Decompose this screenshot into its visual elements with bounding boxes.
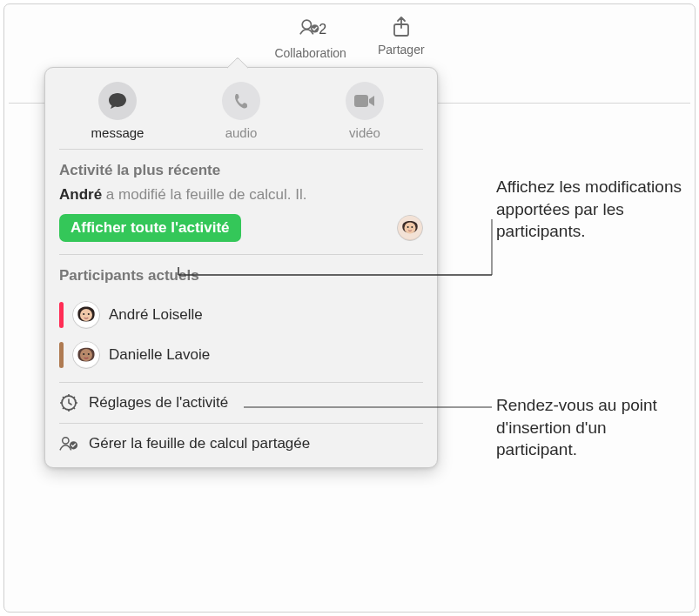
comm-audio-label: audio xyxy=(225,125,258,140)
svg-point-13 xyxy=(80,349,92,361)
activity-author: André xyxy=(59,186,102,203)
svg-point-7 xyxy=(411,226,413,228)
svg-point-17 xyxy=(63,438,69,444)
svg-point-6 xyxy=(407,226,409,228)
participant-row[interactable]: Danielle Lavoie xyxy=(59,335,423,375)
people-check-icon xyxy=(59,434,78,453)
recent-activity-section: Activité la plus récente André a modifié… xyxy=(45,150,437,254)
phone-icon xyxy=(222,82,260,120)
share-label: Partager xyxy=(378,43,425,57)
activity-avatar xyxy=(397,215,423,241)
comm-video-button[interactable]: vidéo xyxy=(304,82,427,140)
participant-color xyxy=(59,302,64,328)
recent-activity-title: Activité la plus récente xyxy=(59,162,423,179)
activity-settings-button[interactable]: Réglages de l'activité xyxy=(45,383,437,423)
manage-shared-label: Gérer la feuille de calcul partagée xyxy=(89,435,310,452)
svg-rect-3 xyxy=(354,95,368,107)
share-icon xyxy=(389,15,413,39)
comm-video-label: vidéo xyxy=(349,125,380,140)
callout-insertion: Rendez-vous au point d'insertion d'un pa… xyxy=(496,394,683,461)
activity-entry: André a modifié la feuille de calcul. Il… xyxy=(59,186,423,204)
share-button[interactable]: Partager xyxy=(378,15,425,57)
svg-point-15 xyxy=(88,353,90,355)
manage-shared-button[interactable]: Gérer la feuille de calcul partagée xyxy=(45,424,437,467)
callout-modifications: Affichez les modifications apportées par… xyxy=(496,176,683,243)
toolbar: Collaboration 2 Collaboration Partager xyxy=(4,15,695,69)
activity-text: a modifié la feuille de calcul. Il. xyxy=(102,186,306,203)
collaboration-button[interactable]: Collaboration 2 Collaboration xyxy=(274,15,346,60)
svg-point-9 xyxy=(80,309,92,321)
participant-name: André Loiselle xyxy=(109,306,203,324)
avatar xyxy=(72,301,100,329)
participants-section: Participants actuels André Loiselle xyxy=(45,255,437,382)
show-all-activity-button[interactable]: Afficher toute l'activité xyxy=(59,214,241,242)
comm-audio-button[interactable]: audio xyxy=(180,82,303,140)
activity-settings-label: Réglages de l'activité xyxy=(89,394,228,412)
avatar xyxy=(72,341,100,369)
svg-point-10 xyxy=(83,313,84,315)
message-icon xyxy=(98,82,137,120)
participant-name: Danielle Lavoie xyxy=(109,346,210,364)
window-frame: Collaboration 2 Collaboration Partager xyxy=(3,3,696,613)
comm-message-button[interactable]: message xyxy=(57,82,179,140)
communication-row: message audio xyxy=(45,68,437,149)
video-icon xyxy=(346,82,384,120)
comm-message-label: message xyxy=(91,125,145,140)
participants-title: Participants actuels xyxy=(59,267,423,285)
collaboration-popover: message audio xyxy=(44,67,438,468)
participant-color xyxy=(59,342,64,368)
svg-point-11 xyxy=(88,313,90,315)
collaboration-count: 2 xyxy=(319,22,326,37)
svg-point-5 xyxy=(404,222,415,233)
svg-point-14 xyxy=(83,353,84,355)
participant-row[interactable]: André Loiselle xyxy=(59,295,423,335)
svg-point-0 xyxy=(302,20,311,29)
gear-clock-icon xyxy=(59,393,78,412)
